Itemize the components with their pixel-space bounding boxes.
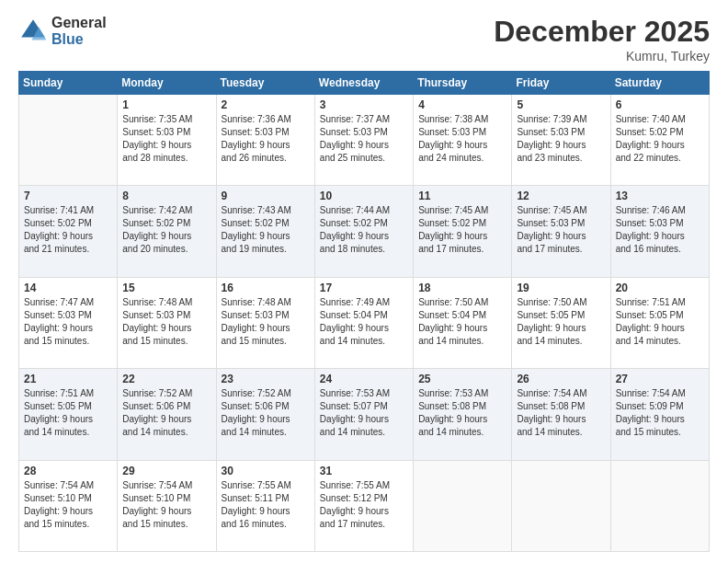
day-info: Sunrise: 7:44 AM Sunset: 5:02 PM Dayligh… <box>320 204 408 256</box>
table-row: 2Sunrise: 7:36 AM Sunset: 5:03 PM Daylig… <box>216 95 314 186</box>
table-row: 1Sunrise: 7:35 AM Sunset: 5:03 PM Daylig… <box>118 95 216 186</box>
calendar-header-row: Sunday Monday Tuesday Wednesday Thursday… <box>19 72 710 95</box>
day-info: Sunrise: 7:50 AM Sunset: 5:04 PM Dayligh… <box>418 296 506 348</box>
table-row: 11Sunrise: 7:45 AM Sunset: 5:02 PM Dayli… <box>414 186 512 277</box>
day-number: 21 <box>24 373 112 385</box>
table-row: 30Sunrise: 7:55 AM Sunset: 5:11 PM Dayli… <box>216 460 314 551</box>
day-info: Sunrise: 7:48 AM Sunset: 5:03 PM Dayligh… <box>222 296 310 348</box>
table-row: 22Sunrise: 7:52 AM Sunset: 5:06 PM Dayli… <box>118 369 216 460</box>
day-info: Sunrise: 7:35 AM Sunset: 5:03 PM Dayligh… <box>122 113 210 165</box>
table-row: 13Sunrise: 7:46 AM Sunset: 5:03 PM Dayli… <box>610 186 709 277</box>
day-number: 3 <box>320 98 408 111</box>
day-number: 31 <box>320 465 408 477</box>
day-info: Sunrise: 7:45 AM Sunset: 5:02 PM Dayligh… <box>418 204 506 256</box>
day-number: 23 <box>222 373 310 385</box>
table-row: 10Sunrise: 7:44 AM Sunset: 5:02 PM Dayli… <box>314 186 413 277</box>
day-number: 9 <box>222 190 310 202</box>
logo-text: General Blue <box>51 15 107 47</box>
day-number: 12 <box>517 190 605 202</box>
logo-general-text: General <box>51 15 107 31</box>
table-row: 3Sunrise: 7:37 AM Sunset: 5:03 PM Daylig… <box>314 95 413 186</box>
day-info: Sunrise: 7:40 AM Sunset: 5:02 PM Dayligh… <box>616 113 704 165</box>
logo-blue-text: Blue <box>51 31 107 48</box>
day-info: Sunrise: 7:43 AM Sunset: 5:02 PM Dayligh… <box>222 204 310 256</box>
col-thursday: Thursday <box>414 72 512 95</box>
day-number: 29 <box>122 465 210 477</box>
day-info: Sunrise: 7:37 AM Sunset: 5:03 PM Dayligh… <box>320 113 408 165</box>
table-row: 20Sunrise: 7:51 AM Sunset: 5:05 PM Dayli… <box>610 277 709 368</box>
day-number: 26 <box>517 373 605 385</box>
day-number: 1 <box>122 98 210 111</box>
day-number: 7 <box>24 190 112 202</box>
table-row <box>19 95 118 186</box>
day-info: Sunrise: 7:39 AM Sunset: 5:03 PM Dayligh… <box>517 113 605 165</box>
table-row: 18Sunrise: 7:50 AM Sunset: 5:04 PM Dayli… <box>414 277 512 368</box>
day-info: Sunrise: 7:48 AM Sunset: 5:03 PM Dayligh… <box>122 296 210 348</box>
table-row <box>512 460 610 551</box>
calendar-week-5: 28Sunrise: 7:54 AM Sunset: 5:10 PM Dayli… <box>19 460 710 551</box>
day-info: Sunrise: 7:52 AM Sunset: 5:06 PM Dayligh… <box>122 387 210 439</box>
calendar-week-2: 7Sunrise: 7:41 AM Sunset: 5:02 PM Daylig… <box>19 186 710 277</box>
day-number: 11 <box>418 190 506 202</box>
calendar-week-1: 1Sunrise: 7:35 AM Sunset: 5:03 PM Daylig… <box>19 95 710 186</box>
day-info: Sunrise: 7:54 AM Sunset: 5:10 PM Dayligh… <box>24 479 112 531</box>
table-row: 29Sunrise: 7:54 AM Sunset: 5:10 PM Dayli… <box>118 460 216 551</box>
day-info: Sunrise: 7:54 AM Sunset: 5:10 PM Dayligh… <box>122 479 210 531</box>
table-row: 5Sunrise: 7:39 AM Sunset: 5:03 PM Daylig… <box>512 95 610 186</box>
table-row: 28Sunrise: 7:54 AM Sunset: 5:10 PM Dayli… <box>19 460 118 551</box>
day-number: 19 <box>517 282 605 294</box>
calendar-table: Sunday Monday Tuesday Wednesday Thursday… <box>18 71 710 552</box>
table-row: 26Sunrise: 7:54 AM Sunset: 5:08 PM Dayli… <box>512 369 610 460</box>
location-subtitle: Kumru, Turkey <box>494 49 710 63</box>
day-number: 17 <box>320 282 408 294</box>
table-row: 4Sunrise: 7:38 AM Sunset: 5:03 PM Daylig… <box>414 95 512 186</box>
table-row: 19Sunrise: 7:50 AM Sunset: 5:05 PM Dayli… <box>512 277 610 368</box>
table-row: 23Sunrise: 7:52 AM Sunset: 5:06 PM Dayli… <box>216 369 314 460</box>
table-row: 24Sunrise: 7:53 AM Sunset: 5:07 PM Dayli… <box>314 369 413 460</box>
table-row: 7Sunrise: 7:41 AM Sunset: 5:02 PM Daylig… <box>19 186 118 277</box>
day-info: Sunrise: 7:42 AM Sunset: 5:02 PM Dayligh… <box>122 204 210 256</box>
day-number: 2 <box>222 98 310 111</box>
day-number: 28 <box>24 465 112 477</box>
table-row: 15Sunrise: 7:48 AM Sunset: 5:03 PM Dayli… <box>118 277 216 368</box>
table-row: 9Sunrise: 7:43 AM Sunset: 5:02 PM Daylig… <box>216 186 314 277</box>
day-info: Sunrise: 7:55 AM Sunset: 5:12 PM Dayligh… <box>320 479 408 531</box>
day-info: Sunrise: 7:55 AM Sunset: 5:11 PM Dayligh… <box>222 479 310 531</box>
day-number: 13 <box>616 190 704 202</box>
table-row: 31Sunrise: 7:55 AM Sunset: 5:12 PM Dayli… <box>314 460 413 551</box>
header: General Blue December 2025 Kumru, Turkey <box>18 15 710 63</box>
day-number: 6 <box>616 98 704 111</box>
logo: General Blue <box>18 15 107 47</box>
day-number: 15 <box>122 282 210 294</box>
table-row <box>414 460 512 551</box>
day-number: 16 <box>222 282 310 294</box>
day-info: Sunrise: 7:52 AM Sunset: 5:06 PM Dayligh… <box>222 387 310 439</box>
day-info: Sunrise: 7:36 AM Sunset: 5:03 PM Dayligh… <box>222 113 310 165</box>
col-wednesday: Wednesday <box>314 72 413 95</box>
col-friday: Friday <box>512 72 610 95</box>
day-info: Sunrise: 7:49 AM Sunset: 5:04 PM Dayligh… <box>320 296 408 348</box>
day-number: 14 <box>24 282 112 294</box>
day-info: Sunrise: 7:41 AM Sunset: 5:02 PM Dayligh… <box>24 204 112 256</box>
day-info: Sunrise: 7:50 AM Sunset: 5:05 PM Dayligh… <box>517 296 605 348</box>
table-row: 27Sunrise: 7:54 AM Sunset: 5:09 PM Dayli… <box>610 369 709 460</box>
col-tuesday: Tuesday <box>216 72 314 95</box>
table-row: 6Sunrise: 7:40 AM Sunset: 5:02 PM Daylig… <box>610 95 709 186</box>
calendar-week-3: 14Sunrise: 7:47 AM Sunset: 5:03 PM Dayli… <box>19 277 710 368</box>
logo-icon <box>18 17 48 46</box>
day-number: 8 <box>122 190 210 202</box>
month-title: December 2025 <box>494 15 710 49</box>
day-info: Sunrise: 7:54 AM Sunset: 5:08 PM Dayligh… <box>517 387 605 439</box>
col-sunday: Sunday <box>19 72 118 95</box>
day-number: 20 <box>616 282 704 294</box>
table-row: 17Sunrise: 7:49 AM Sunset: 5:04 PM Dayli… <box>314 277 413 368</box>
table-row: 25Sunrise: 7:53 AM Sunset: 5:08 PM Dayli… <box>414 369 512 460</box>
table-row <box>610 460 709 551</box>
day-number: 5 <box>517 98 605 111</box>
day-number: 18 <box>418 282 506 294</box>
day-number: 30 <box>222 465 310 477</box>
day-number: 24 <box>320 373 408 385</box>
day-number: 10 <box>320 190 408 202</box>
table-row: 14Sunrise: 7:47 AM Sunset: 5:03 PM Dayli… <box>19 277 118 368</box>
day-info: Sunrise: 7:38 AM Sunset: 5:03 PM Dayligh… <box>418 113 506 165</box>
